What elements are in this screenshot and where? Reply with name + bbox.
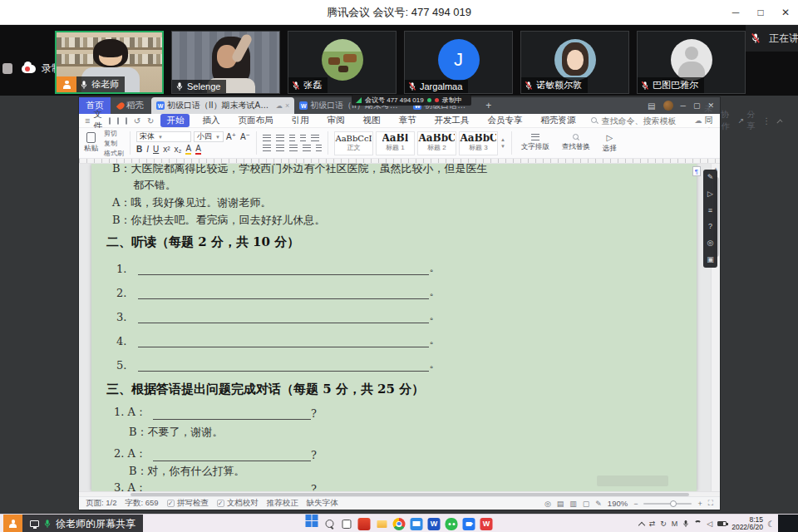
cut-button[interactable]: 剪切 xyxy=(104,129,124,138)
video-tile-nuomin[interactable]: 诺敏额尔敦 xyxy=(520,31,629,94)
wps-minimize-button[interactable]: ─ xyxy=(681,101,686,110)
wechat-icon[interactable] xyxy=(446,518,458,530)
bullet-list-icon[interactable] xyxy=(263,135,271,141)
ime-icon[interactable]: M xyxy=(672,520,678,528)
close-button[interactable]: ✕ xyxy=(773,0,798,25)
zoom-in-button[interactable]: + xyxy=(697,500,702,508)
video-tile-jargalmaa[interactable]: J Jargalmaa xyxy=(404,31,513,94)
highlight-button[interactable]: A xyxy=(185,144,191,155)
fit-page-icon[interactable]: ⛶ xyxy=(708,499,713,508)
suggest-correct[interactable]: 推荐校正 xyxy=(267,498,298,509)
subscript-button[interactable]: x₂ xyxy=(175,145,182,154)
start-button[interactable] xyxy=(306,518,318,530)
align-right-icon[interactable] xyxy=(289,145,298,151)
doc-tab-a[interactable]: W 初级口语（II）期末考试A卷.doc ☁ × xyxy=(151,97,294,114)
font-name-select[interactable]: 宋体▼ xyxy=(136,131,191,142)
proofing-toggle[interactable]: ✓文档校对 xyxy=(217,498,259,509)
menu-tab-insert[interactable]: 插入 xyxy=(196,114,225,127)
focus-assist-icon[interactable]: ☾ xyxy=(767,515,775,532)
format-painter-button[interactable]: 格式刷 xyxy=(104,149,124,158)
video-tile-xulaoshi[interactable]: 徐老师 xyxy=(55,31,164,94)
style-heading2[interactable]: AaBbC标题 2 xyxy=(417,131,456,155)
battery-icon[interactable] xyxy=(717,521,727,526)
outdent-icon[interactable] xyxy=(289,135,295,141)
clock[interactable]: 8:15 2022/6/20 xyxy=(732,516,763,532)
italic-button[interactable]: I xyxy=(146,145,149,154)
wps-docer-tab[interactable]: 稻壳 xyxy=(111,100,151,111)
update-icon[interactable]: ↻ xyxy=(660,520,667,528)
settings-tool-icon[interactable]: ≡ xyxy=(708,207,712,214)
new-tab-button[interactable]: + xyxy=(477,100,500,111)
volume-icon[interactable]: ◁ xyxy=(707,520,712,528)
wps-taskbar-icon[interactable]: W xyxy=(480,518,493,530)
menu-tab-member[interactable]: 会员专享 xyxy=(481,114,528,127)
pointer-tool-icon[interactable]: ▷ xyxy=(707,190,713,198)
underline-button[interactable]: U xyxy=(153,145,159,154)
paste-button[interactable]: 粘贴 xyxy=(84,130,98,156)
sort-icon[interactable] xyxy=(311,135,319,141)
video-tile-selenge[interactable]: Selenge xyxy=(171,31,280,94)
zoom-out-button[interactable]: − xyxy=(633,500,638,508)
menu-tab-section[interactable]: 章节 xyxy=(392,114,421,127)
pen-mode-icon[interactable]: ✎ xyxy=(595,500,602,508)
snapshot-tool-icon[interactable]: ▣ xyxy=(707,256,714,264)
menu-tab-layout[interactable]: 页面布局 xyxy=(232,114,278,127)
more-icon[interactable]: ⋮ xyxy=(762,116,771,126)
help-tool-icon[interactable]: ? xyxy=(708,223,712,230)
task-view-icon[interactable] xyxy=(341,518,353,530)
font-color-button[interactable]: A xyxy=(195,144,201,155)
tencent-meeting-icon[interactable] xyxy=(463,518,475,530)
find-replace-button[interactable]: 查找替换 xyxy=(559,130,594,156)
spellcheck-toggle[interactable]: ✓拼写检查 xyxy=(167,498,209,509)
command-search[interactable] xyxy=(591,116,687,126)
eye-protect-icon[interactable]: ◎ xyxy=(544,500,551,508)
word-count[interactable]: 字数: 659 xyxy=(126,498,159,509)
font-size-select[interactable]: 小四▼ xyxy=(194,131,224,142)
page-view-icon[interactable]: ▤ xyxy=(557,500,564,508)
preview-icon[interactable] xyxy=(126,117,127,125)
bold-button[interactable]: B xyxy=(136,145,142,154)
menu-tab-review[interactable]: 审阅 xyxy=(321,114,350,127)
message-icon[interactable]: ▤ xyxy=(648,101,655,111)
zoom-slider[interactable] xyxy=(643,503,692,505)
font-shrink-button[interactable]: A⁻ xyxy=(240,132,250,141)
style-normal[interactable]: AaBbCcDd正文 xyxy=(334,131,373,155)
font-grow-button[interactable]: A⁺ xyxy=(226,132,236,141)
menu-tab-home[interactable]: 开始 xyxy=(160,114,190,127)
search-input[interactable] xyxy=(601,116,687,126)
superscript-button[interactable]: x² xyxy=(163,145,170,154)
indent-icon[interactable] xyxy=(300,135,306,141)
screen-share-bar[interactable]: 徐老师的屏幕共享 xyxy=(3,515,143,532)
style-heading3[interactable]: AaBbC标题 3 xyxy=(459,131,498,155)
missing-font[interactable]: 缺失字体 xyxy=(307,498,338,509)
share-button[interactable]: ↗分享 xyxy=(738,109,756,132)
menu-tab-docer-res[interactable]: 稻壳资源 xyxy=(534,114,581,127)
mail-icon[interactable] xyxy=(411,518,423,530)
meeting-floating-bar[interactable]: 会议号 477 494 019 录制中 xyxy=(352,95,471,106)
collab-button[interactable]: 协作 xyxy=(722,109,731,132)
office-icon[interactable] xyxy=(358,518,371,530)
line-spacing-icon[interactable] xyxy=(316,145,322,151)
maximize-button[interactable]: □ xyxy=(748,0,773,25)
redo-icon[interactable]: ↻ xyxy=(147,116,154,126)
align-center-icon[interactable] xyxy=(276,145,284,151)
pen-tool-icon[interactable]: ✎ xyxy=(707,174,714,181)
print-icon[interactable] xyxy=(117,117,119,125)
minimize-button[interactable]: ─ xyxy=(723,0,748,25)
menu-tab-ref[interactable]: 引用 xyxy=(285,114,314,127)
menu-tab-view[interactable]: 视图 xyxy=(357,114,386,127)
typeset-button[interactable]: 文字排版 xyxy=(518,130,553,156)
close-tab-icon[interactable]: × xyxy=(285,101,289,110)
video-tile-zhanglei[interactable]: 张磊 xyxy=(288,31,397,94)
book-view-icon[interactable]: ▢ xyxy=(583,500,590,508)
video-tile-batu[interactable]: 巴图巴雅尔 xyxy=(637,31,746,94)
wifi-icon[interactable] xyxy=(694,520,702,528)
input-switch-icon[interactable]: ⇄ xyxy=(649,520,656,528)
horizontal-scrollbar[interactable] xyxy=(79,491,720,496)
copy-button[interactable]: 复制 xyxy=(104,139,124,148)
taskbar-search-icon[interactable] xyxy=(323,518,336,530)
laser-tool-icon[interactable]: ◎ xyxy=(707,239,714,247)
scroll-view-icon[interactable]: ▥ xyxy=(569,500,577,508)
style-heading1[interactable]: AaBl标题 1 xyxy=(376,131,415,155)
tray-expand-icon[interactable] xyxy=(638,521,644,528)
